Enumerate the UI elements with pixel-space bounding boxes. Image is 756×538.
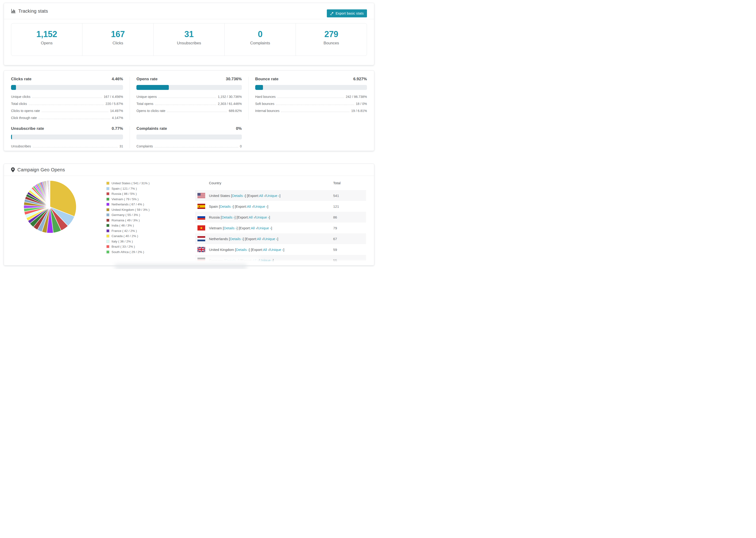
stat-value: 19 / 6.81% bbox=[351, 109, 367, 113]
render-artifact-blur bbox=[115, 264, 246, 269]
stat-value: 220 / 5.87% bbox=[106, 102, 123, 106]
legend-item-spain: Spain ( 121 / 7% ) bbox=[106, 187, 195, 190]
stat-label: Total clicks bbox=[11, 102, 27, 106]
export-all-link-united-kingdom[interactable]: All › bbox=[263, 248, 269, 252]
country-name: United States [ bbox=[209, 194, 232, 198]
legend-item-south-africa: South Africa ( 29 / 2% ) bbox=[106, 250, 195, 254]
export-unique-link-netherlands[interactable]: Unique › bbox=[264, 237, 277, 241]
details-link-netherlands[interactable]: Details › bbox=[230, 237, 243, 241]
stat-row-unique-opens: Unique opens 1,152 / 30.736% bbox=[136, 95, 242, 99]
stat-label: Unique opens bbox=[136, 95, 157, 99]
legend-label: Spain ( 121 / 7% ) bbox=[112, 187, 137, 190]
country-total: 86 bbox=[333, 212, 366, 223]
export-all-link-netherlands[interactable]: All › bbox=[257, 237, 263, 241]
legend-item-brazil: Brazil ( 33 / 2% ) bbox=[106, 245, 195, 248]
rate-value: 30.736% bbox=[226, 77, 242, 81]
summary-value: 0 bbox=[225, 30, 296, 39]
legend-swatch bbox=[106, 224, 109, 227]
column-header-country: Country bbox=[195, 176, 333, 190]
dotted-leader bbox=[28, 105, 104, 105]
export-all-link-united-states[interactable]: All › bbox=[259, 194, 265, 198]
details-link-vietnam[interactable]: Details › bbox=[224, 226, 237, 230]
stat-label: Click through rate bbox=[11, 116, 37, 120]
export-unique-link-united-kingdom[interactable]: Unique › bbox=[270, 248, 283, 252]
summary-cell-unsubscribes: 31 Unsubscribes bbox=[153, 24, 225, 56]
flag-us-icon bbox=[197, 193, 205, 198]
export-unique-link-russia[interactable]: Unique › bbox=[256, 215, 269, 219]
details-link-spain[interactable]: Details › bbox=[220, 204, 233, 208]
legend-swatch bbox=[106, 229, 109, 232]
legend-swatch bbox=[106, 235, 109, 238]
dotted-leader bbox=[281, 112, 350, 112]
country-name: United Kingdom [ bbox=[209, 248, 236, 252]
flag-es-icon bbox=[197, 204, 205, 209]
stat-value: 242 / 86.738% bbox=[346, 95, 367, 99]
stat-value: 1,152 / 30.736% bbox=[218, 95, 242, 99]
stat-row-clicks-to-opens-rate: Clicks to opens rate 14.497% bbox=[11, 109, 123, 113]
legend-label: Russia ( 86 / 5% ) bbox=[112, 192, 136, 195]
country-total: 79 bbox=[333, 223, 366, 233]
details-link-russia[interactable]: Details › bbox=[222, 215, 235, 219]
stat-value: 14.497% bbox=[110, 109, 123, 113]
table-row-netherlands: Netherlands [Details ›] [Export: All › /… bbox=[195, 233, 366, 244]
summary-cell-opens: 1,152 Opens bbox=[11, 24, 82, 56]
rate-title: Bounce rate bbox=[255, 77, 279, 81]
legend-swatch bbox=[106, 192, 109, 195]
stat-row-complaints: Complaints 0 bbox=[136, 144, 242, 148]
legend-label: United States ( 541 / 31% ) bbox=[112, 182, 149, 185]
rate-title: Complaints rate bbox=[136, 126, 167, 131]
table-row-vietnam: Vietnam [Details ›] [Export: All › / Uni… bbox=[195, 223, 366, 233]
dotted-leader bbox=[167, 112, 227, 112]
summary-value: 31 bbox=[153, 30, 225, 39]
summary-cell-bounces: 279 Bounces bbox=[296, 24, 367, 56]
export-all-link-vietnam[interactable]: All › bbox=[251, 226, 257, 230]
export-basic-stats-button[interactable]: Export basic stats bbox=[327, 9, 367, 17]
stat-row-unsubscribes: Unsubscribes 31 bbox=[11, 144, 123, 148]
stat-value: 167 / 4.456% bbox=[104, 95, 123, 99]
flag-gb-icon bbox=[197, 247, 205, 252]
flag-nl-icon bbox=[197, 236, 205, 241]
legend-swatch bbox=[106, 250, 109, 253]
legend-item-india: India ( 46 / 3% ) bbox=[106, 224, 195, 227]
legend-swatch bbox=[106, 240, 109, 243]
country-total: 121 bbox=[333, 201, 366, 212]
map-marker-icon bbox=[11, 167, 15, 172]
summary-cell-clicks: 167 Clicks bbox=[82, 24, 153, 56]
export-unique-link-spain[interactable]: Unique › bbox=[254, 204, 267, 208]
legend-item-france: France ( 42 / 2% ) bbox=[106, 229, 195, 233]
export-button-label: Export basic stats bbox=[336, 12, 364, 15]
empty-rate-slot bbox=[248, 126, 367, 148]
legend-item-romania: Romania ( 49 / 3% ) bbox=[106, 219, 195, 222]
summary-value: 279 bbox=[296, 30, 367, 39]
page-title: Tracking stats bbox=[18, 9, 48, 14]
details-link-united-kingdom[interactable]: Details › bbox=[236, 248, 249, 252]
export-all-link-russia[interactable]: All › bbox=[249, 215, 255, 219]
stat-label: Unique clicks bbox=[11, 95, 30, 99]
legend-swatch bbox=[106, 203, 109, 206]
pie-chart-svg bbox=[23, 180, 77, 234]
export-unique-link-vietnam[interactable]: Unique › bbox=[258, 226, 271, 230]
export-icon bbox=[330, 12, 334, 15]
stat-row-total-opens: Total opens 2,303 / 61.446% bbox=[136, 102, 242, 106]
stat-label: Internal bounces bbox=[255, 109, 280, 113]
geo-title: Campaign Geo Opens bbox=[17, 167, 65, 173]
summary-label: Bounces bbox=[296, 41, 367, 45]
legend-item-netherlands: Netherlands ( 67 / 4% ) bbox=[106, 202, 195, 206]
table-row-spain: Spain [Details ›] [Export: All › / Uniqu… bbox=[195, 201, 366, 212]
stat-label: Total opens bbox=[136, 102, 153, 106]
legend-label: Netherlands ( 67 / 4% ) bbox=[112, 202, 144, 206]
table-row-united-states: United States [Details ›] [Export: All ›… bbox=[195, 190, 366, 201]
stat-value: 689.82% bbox=[229, 109, 242, 113]
export-all-link-spain[interactable]: All › bbox=[247, 204, 253, 208]
summary-label: Clicks bbox=[82, 41, 153, 45]
legend-label: India ( 46 / 3% ) bbox=[112, 224, 134, 227]
summary-value: 167 bbox=[82, 30, 153, 39]
table-row-united-kingdom: United Kingdom [Details ›] [Export: All … bbox=[195, 244, 366, 255]
country-name: Vietnam [ bbox=[209, 226, 224, 230]
campaign-geo-opens-card: Campaign Geo Opens United States ( 541 /… bbox=[4, 164, 374, 265]
table-row-russia: Russia [Details ›] [Export: All › / Uniq… bbox=[195, 212, 366, 223]
export-unique-link-united-states[interactable]: Unique › bbox=[266, 194, 279, 198]
progress-bar-unsubscribe-rate bbox=[11, 134, 123, 139]
legend-swatch bbox=[106, 219, 109, 222]
details-link-united-states[interactable]: Details › bbox=[232, 194, 245, 198]
